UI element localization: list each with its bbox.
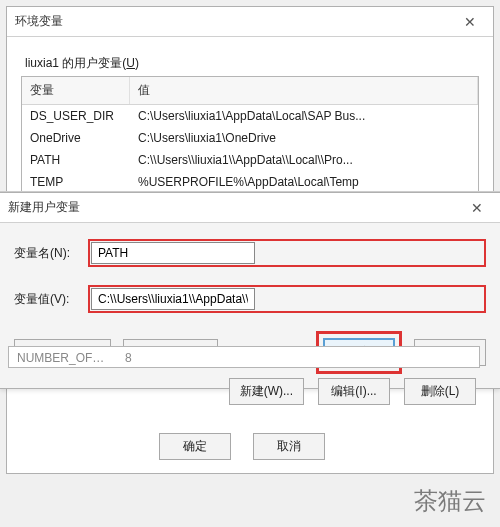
edit-button[interactable]: 编辑(I)...: [318, 378, 390, 405]
var-value-row: 变量值(V):: [14, 285, 486, 313]
var-name-row: 变量名(N):: [14, 239, 486, 267]
close-icon[interactable]: ✕: [455, 14, 485, 30]
ok-button[interactable]: 确定: [159, 433, 231, 460]
cancel-button[interactable]: 取消: [253, 433, 325, 460]
env-title-bar: 环境变量 ✕: [7, 7, 493, 37]
table-row[interactable]: OneDrive C:\Users\liuxia1\OneDrive: [22, 127, 478, 149]
new-button[interactable]: 新建(W)...: [229, 378, 304, 405]
var-name-input[interactable]: [91, 242, 255, 264]
env-window-title: 环境变量: [15, 13, 63, 30]
var-value-input[interactable]: [91, 288, 255, 310]
table-row[interactable]: TEMP %USERPROFILE%\AppData\Local\Temp: [22, 171, 478, 193]
var-name-label: 变量名(N):: [14, 245, 88, 262]
new-var-title: 新建用户变量: [8, 199, 80, 216]
table-row[interactable]: DS_USER_DIR C:\Users\liuxia1\AppData\Loc…: [22, 105, 478, 127]
highlight-box: [88, 239, 486, 267]
system-vars-area: NUMBER_OF_PR... 8 新建(W)... 编辑(I)... 删除(L…: [8, 346, 480, 460]
table-row[interactable]: NUMBER_OF_PR... 8: [9, 347, 479, 368]
new-var-title-bar: 新建用户变量 ✕: [0, 193, 500, 223]
close-icon[interactable]: ✕: [462, 200, 492, 216]
col-header-var[interactable]: 变量: [22, 77, 130, 104]
table-header: 变量 值: [22, 77, 478, 105]
table-row[interactable]: PATH C:\\Users\\liuxia1\\AppData\\Local\…: [22, 149, 478, 171]
system-vars-buttons: 新建(W)... 编辑(I)... 删除(L): [8, 378, 476, 405]
var-value-label: 变量值(V):: [14, 291, 88, 308]
col-header-val[interactable]: 值: [130, 77, 478, 104]
watermark-text: 茶猫云: [414, 485, 486, 517]
user-vars-label: liuxia1 的用户变量(U): [25, 55, 479, 72]
system-vars-table[interactable]: NUMBER_OF_PR... 8: [8, 346, 480, 368]
env-footer-buttons: 确定 取消: [8, 433, 476, 460]
delete-button[interactable]: 删除(L): [404, 378, 476, 405]
highlight-box: [88, 285, 486, 313]
